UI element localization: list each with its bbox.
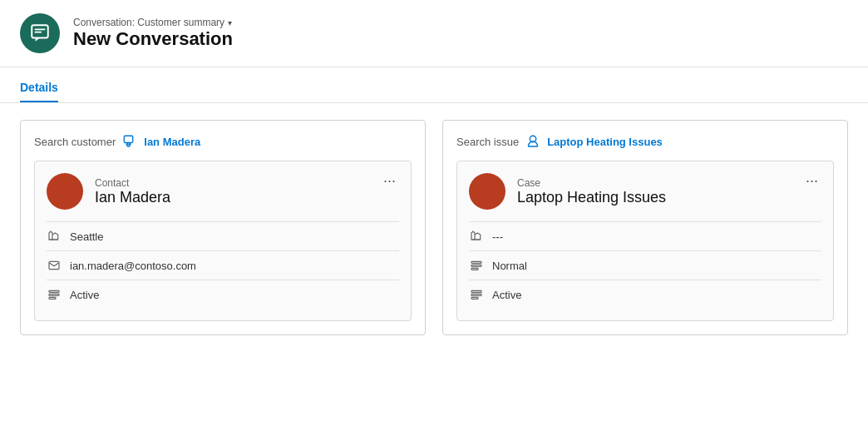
priority-icon (469, 258, 484, 273)
customer-card-more-button[interactable]: ··· (380, 173, 399, 188)
svg-rect-2 (35, 32, 42, 33)
email-icon (47, 258, 62, 273)
issue-status: Active (492, 289, 521, 301)
issue-avatar (469, 173, 506, 210)
issue-search-label: Search issue (456, 136, 519, 148)
issue-card-type: Case (517, 177, 791, 189)
issue-card-header-text: Case Laptop Heating Issues (517, 177, 791, 206)
issue-search-row: Search issue Laptop Heating Issues (456, 134, 834, 149)
status-icon (47, 287, 62, 302)
svg-rect-15 (471, 268, 478, 270)
customer-search-value[interactable]: Ian Madera (144, 136, 200, 148)
customer-card: Contact Ian Madera ··· Seattle (34, 161, 412, 321)
issue-id: --- (492, 230, 503, 243)
tabs-bar: Details (0, 74, 868, 103)
customer-search-row: Search customer Ian Madera (34, 134, 412, 149)
app-icon (20, 13, 60, 53)
issue-card-more-button[interactable]: ··· (802, 173, 821, 188)
svg-rect-1 (35, 29, 46, 31)
customer-card-type: Contact (95, 177, 368, 189)
issue-priority: Normal (492, 260, 527, 272)
customer-city-row: Seattle (47, 221, 399, 250)
customer-search-label: Search customer (34, 136, 116, 148)
customer-city: Seattle (70, 230, 103, 243)
svg-rect-10 (49, 297, 56, 299)
svg-rect-18 (471, 297, 478, 299)
customer-avatar (47, 173, 83, 210)
issue-priority-row: Normal (469, 250, 821, 280)
header-subtitle: Conversation: Customer summary ▾ (73, 17, 233, 28)
issue-status-icon (469, 287, 484, 302)
issue-search-icon (525, 134, 540, 149)
issue-id-icon (469, 229, 484, 244)
city-icon (47, 229, 62, 244)
customer-card-header-text: Contact Ian Madera (95, 177, 368, 206)
customer-panel: Search customer Ian Madera Contact Ian M… (20, 120, 426, 335)
issue-card: Case Laptop Heating Issues ··· --- (456, 161, 834, 321)
customer-card-header: Contact Ian Madera ··· (47, 173, 399, 210)
customer-status: Active (70, 289, 99, 301)
svg-rect-17 (471, 294, 481, 295)
issue-panel: Search issue Laptop Heating Issues Case … (442, 120, 848, 335)
chevron-down-icon[interactable]: ▾ (228, 18, 232, 27)
svg-rect-16 (471, 290, 481, 292)
customer-card-name: Ian Madera (95, 189, 368, 206)
subtitle-text: Conversation: Customer summary (73, 17, 224, 28)
svg-rect-0 (32, 25, 48, 37)
issue-card-name: Laptop Heating Issues (517, 189, 791, 206)
issue-status-row: Active (469, 280, 821, 309)
page-title: New Conversation (73, 28, 233, 50)
svg-rect-14 (471, 265, 481, 266)
customer-search-icon (122, 134, 137, 149)
header-text: Conversation: Customer summary ▾ New Con… (73, 17, 233, 50)
issue-id-row: --- (469, 221, 821, 250)
conversation-icon (29, 22, 51, 44)
svg-rect-9 (49, 294, 59, 295)
svg-rect-3 (125, 136, 134, 142)
customer-email-row: ian.madera@contoso.com (47, 250, 399, 280)
customer-email: ian.madera@contoso.com (70, 260, 196, 272)
issue-card-header: Case Laptop Heating Issues ··· (469, 173, 821, 210)
customer-status-row: Active (47, 280, 399, 309)
main-content: Search customer Ian Madera Contact Ian M… (0, 103, 868, 352)
issue-search-value[interactable]: Laptop Heating Issues (547, 136, 663, 148)
header: Conversation: Customer summary ▾ New Con… (0, 0, 868, 67)
tab-details[interactable]: Details (20, 74, 58, 102)
svg-rect-8 (49, 290, 59, 292)
svg-rect-13 (471, 261, 481, 263)
